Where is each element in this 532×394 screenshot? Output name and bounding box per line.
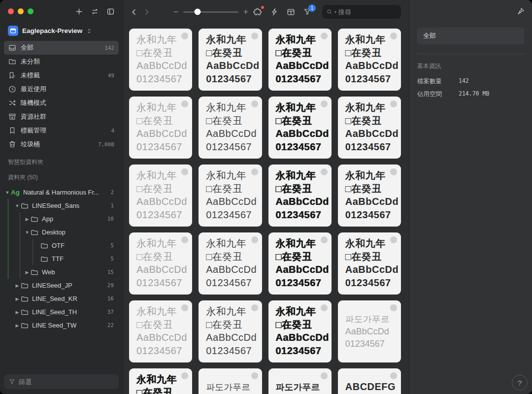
font-card[interactable]: 永和九年□在癸丑AaBbCcDd01234567	[199, 97, 262, 159]
font-card[interactable]: 永和九年□在癸丑AaBbCcDd01234567	[268, 164, 332, 227]
tree-item[interactable]: ▶Web15	[0, 265, 119, 279]
font-card[interactable]: 永和九年□在癸丑AaBbCcDd01234567	[129, 97, 192, 159]
inspector-title-box[interactable]: 全部	[417, 28, 524, 44]
tree-item-count: 22	[107, 322, 114, 328]
chevron-right-icon[interactable]: ▶	[14, 310, 21, 315]
font-card[interactable]: 永和九年□在癸丑AaBbCcDd01234567	[199, 232, 262, 295]
chevron-down-icon[interactable]: ▼	[4, 190, 11, 195]
chevron-right-icon[interactable]: ▶	[14, 283, 21, 288]
zoom-out-button[interactable]	[172, 8, 179, 15]
selection-circle-icon[interactable]	[251, 372, 258, 379]
tree-item[interactable]: TTF5	[0, 252, 119, 265]
font-preview-line: AaBbCcDd	[345, 195, 401, 208]
sync-arrows-button[interactable]	[91, 7, 99, 16]
selection-circle-icon[interactable]	[390, 33, 397, 39]
sidebar-item-shuffle[interactable]: 隨機模式	[4, 96, 119, 110]
plugins-button[interactable]	[253, 7, 262, 16]
sidebar-item-folder-question[interactable]: ?未分類	[4, 55, 119, 68]
layout-view-button[interactable]	[287, 8, 295, 16]
search-input[interactable]	[338, 8, 397, 16]
font-card[interactable]: 永和九年□在癸丑AaBbCcDd01234567	[129, 164, 192, 227]
selection-circle-icon[interactable]	[321, 100, 328, 107]
font-card[interactable]: 永和九年□在癸丑AaBbCcDd01234567	[129, 232, 192, 295]
tree-item-label: Web	[42, 268, 55, 276]
zoom-in-button[interactable]	[242, 8, 249, 15]
folders-section-label[interactable]: 資料夾 (50)	[0, 167, 123, 183]
sidebar-item-bookmark[interactable]: 標籤管理4	[4, 124, 119, 137]
font-card[interactable]: 永和九年□在癸丑AaBbCcDd01234567	[268, 232, 332, 295]
font-card[interactable]: 永和九年□在癸丑AaBbCcDd01234567	[129, 300, 192, 362]
font-card[interactable]: 永和九年□在癸丑AaBbCcDd01234567	[199, 164, 262, 227]
add-button[interactable]	[75, 7, 83, 16]
font-card[interactable]: 永和九年□在癸丑AaBbCcDd01234567	[268, 300, 332, 362]
font-card[interactable]: 永和九年□在癸丑AaBbCcDd01234567	[338, 164, 401, 227]
chevron-down-icon[interactable]: ▼	[24, 230, 31, 235]
forward-button[interactable]	[142, 8, 151, 16]
font-card[interactable]: 永和九年□在癸丑AaBbCcDd01234567	[129, 368, 192, 394]
search-scope-chevron-icon[interactable]: ▾	[334, 10, 336, 14]
selection-circle-icon[interactable]	[321, 168, 328, 175]
search-box[interactable]: ▾	[322, 5, 401, 19]
tree-item[interactable]: ▶LINE Seed_TW22	[0, 319, 119, 332]
quick-actions-button[interactable]	[270, 8, 278, 16]
font-card[interactable]: 永和九年□在癸丑AaBbCcDd01234567	[129, 29, 192, 91]
selection-circle-icon[interactable]	[390, 168, 397, 175]
tree-item[interactable]: ▶LINE_Seed_TH37	[0, 305, 119, 319]
font-card[interactable]: 永和九年□在癸丑AaBbCcDd01234567	[268, 29, 332, 91]
sidebar-item-inbox[interactable]: 全部142	[4, 41, 119, 55]
toggle-sidebar-button[interactable]	[106, 7, 115, 16]
selection-circle-icon[interactable]	[321, 236, 328, 243]
selection-circle-icon[interactable]	[321, 33, 328, 39]
tree-item[interactable]: ▶LINE_Seed_KR16	[0, 292, 119, 305]
help-button[interactable]: ?	[512, 375, 528, 391]
selection-circle-icon[interactable]	[390, 304, 397, 311]
sidebar-item-archive[interactable]: 資源社群	[4, 110, 119, 124]
back-button[interactable]	[130, 8, 138, 16]
chevron-right-icon[interactable]: ▶	[14, 323, 21, 328]
font-card[interactable]: 永和九年□在癸丑AaBbCcDd01234567	[338, 97, 401, 159]
selection-circle-icon[interactable]	[321, 372, 328, 379]
selection-circle-icon[interactable]	[251, 236, 258, 243]
sidebar-filter-box[interactable]	[4, 374, 119, 389]
tree-item[interactable]: ▼AgNatural & Harmonious Fr...2	[0, 186, 119, 199]
font-card[interactable]: ABCDEFGAaBbCcDd01234567	[338, 368, 401, 394]
zoom-window-button[interactable]	[28, 8, 33, 14]
chevron-right-icon[interactable]: ▶	[24, 217, 31, 222]
font-card[interactable]: 永和九年□在癸丑AaBbCcDd01234567	[268, 97, 332, 159]
font-card[interactable]: 永和九年□在癸丑AaBbCcDd01234567	[338, 232, 401, 295]
tree-item[interactable]: ▶App10	[0, 212, 119, 226]
library-switcher[interactable]: Eaglepack-Preview	[0, 23, 123, 41]
font-card[interactable]: 파도가푸르AaBbCcDd01234567	[268, 368, 332, 394]
selection-circle-icon[interactable]	[390, 372, 397, 379]
minimize-window-button[interactable]	[18, 8, 24, 14]
sidebar-item-clock[interactable]: 最近使用	[4, 82, 119, 96]
font-card[interactable]: 永和九年□在癸丑AaBbCcDd01234567	[199, 300, 262, 362]
selection-circle-icon[interactable]	[251, 304, 258, 311]
sidebar-item-trash[interactable]: 垃圾桶7,008	[4, 137, 119, 151]
tree-item[interactable]: ▶LINESeed_JP29	[0, 279, 119, 292]
tree-item[interactable]: ▼Desktop	[0, 226, 119, 239]
selection-circle-icon[interactable]	[390, 236, 397, 243]
zoom-slider-knob[interactable]	[195, 9, 201, 15]
tree-guide-line	[20, 252, 20, 265]
close-window-button[interactable]	[8, 8, 14, 14]
selection-circle-icon[interactable]	[321, 304, 328, 311]
sidebar-item-tag-question[interactable]: ?未標籤49	[4, 68, 119, 82]
selection-circle-icon[interactable]	[390, 100, 397, 107]
tree-item[interactable]: OTF5	[0, 239, 119, 252]
tree-item[interactable]: ▼LINESeed_Sans1	[0, 199, 119, 212]
chevron-right-icon[interactable]: ▶	[14, 296, 21, 301]
chevron-down-icon[interactable]: ▼	[14, 203, 21, 208]
pin-panel-button[interactable]	[516, 7, 525, 16]
font-card[interactable]: 永和九年□在癸丑AaBbCcDd01234567	[338, 29, 401, 91]
selection-circle-icon[interactable]	[251, 168, 258, 175]
chevron-right-icon[interactable]: ▶	[24, 270, 31, 275]
selection-circle-icon[interactable]	[251, 100, 258, 107]
sidebar-filter-input[interactable]	[19, 378, 114, 386]
font-card[interactable]: 永和九年□在癸丑AaBbCcDd01234567	[199, 29, 262, 91]
font-card[interactable]: 파도가푸르AaBbCcDd01234567	[338, 300, 401, 362]
selection-circle-icon[interactable]	[251, 33, 258, 39]
font-card[interactable]: 파도가푸르AaBbCcDd01234567	[199, 368, 262, 394]
zoom-slider[interactable]	[183, 11, 238, 13]
smart-folders-section-label[interactable]: 智慧型資料夾	[0, 151, 123, 167]
